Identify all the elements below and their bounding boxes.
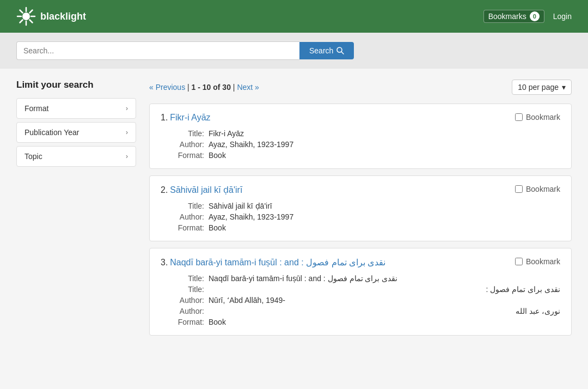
- logo-icon: [16, 7, 36, 26]
- field-label-format-3: Format:: [161, 318, 204, 326]
- header-nav: Bookmarks 0 Login: [483, 10, 572, 23]
- field-label-title-1: Title:: [161, 129, 204, 138]
- field-label-author-1: Author:: [161, 140, 204, 149]
- field-label-title-3a: Title:: [161, 274, 204, 283]
- field-label-author-2: Author:: [161, 212, 204, 221]
- result-title-link-3[interactable]: Naqdī barā-yi tamām-i fuṣūl : and : نقدی…: [170, 258, 385, 267]
- per-page-select[interactable]: 10 per page ▾: [512, 80, 572, 95]
- facet-topic[interactable]: Topic ›: [16, 146, 136, 167]
- field-label-format-1: Format:: [161, 151, 204, 160]
- field-value-format-1: Book: [209, 151, 560, 160]
- result-fields-3: Title: Naqdī barā-yi tamām-i fuṣūl : and…: [161, 274, 560, 326]
- bookmark-label-2: Bookmark: [526, 185, 560, 193]
- field-value-title-2: Sāhivāl jail kī ḍā'irī: [209, 202, 560, 210]
- pagination-info: « Previous | 1 - 10 of 30 | Next »: [149, 83, 259, 92]
- main-content: Limit your search Format › Publication Y…: [0, 69, 588, 389]
- field-value-author-2: Ayaz, Shaikh, 1923-1997: [209, 212, 560, 221]
- pagination-separator: |: [187, 83, 192, 92]
- svg-line-7: [30, 10, 33, 13]
- facet-publication-year[interactable]: Publication Year ›: [16, 122, 136, 143]
- facet-topic-chevron: ›: [126, 153, 128, 160]
- result-item-1: 1. Fikr-i Ayāz Bookmark Title: Fikr-i Ay…: [149, 104, 572, 169]
- search-button-label: Search: [309, 46, 333, 55]
- result-title-area-2: 2. Sāhivāl jail kī ḍā'irī: [161, 185, 242, 195]
- next-link[interactable]: Next »: [237, 83, 259, 92]
- field-value-title-1: Fikr-i Ayāz: [209, 129, 560, 138]
- header: blacklight Bookmarks 0 Login: [0, 0, 588, 33]
- field-label-format-2: Format:: [161, 223, 204, 232]
- result-title-area-3: 3. Naqdī barā-yi tamām-i fuṣūl : and : ن…: [161, 257, 385, 268]
- facet-format-label: Format: [24, 104, 48, 113]
- field-value-format-2: Book: [209, 223, 560, 232]
- bookmark-area-2: Bookmark: [515, 185, 560, 193]
- bookmark-area-1: Bookmark: [515, 113, 560, 121]
- result-number-1: 1.: [161, 113, 168, 122]
- bookmark-label-1: Bookmark: [526, 113, 560, 121]
- search-icon: [336, 47, 344, 54]
- results-area: « Previous | 1 - 10 of 30 | Next » 10 pe…: [149, 80, 572, 381]
- result-title-area-1: 1. Fikr-i Ayāz: [161, 113, 211, 123]
- login-link[interactable]: Login: [553, 12, 572, 21]
- search-bar-area: Search: [0, 33, 588, 69]
- facet-publication-year-chevron: ›: [126, 129, 128, 136]
- svg-point-0: [22, 13, 30, 20]
- bookmark-checkbox-1[interactable]: [515, 113, 523, 121]
- result-title-link-1[interactable]: Fikr-i Ayāz: [170, 113, 210, 122]
- svg-line-6: [30, 20, 33, 23]
- field-label-author-3a: Author:: [161, 296, 204, 305]
- bookmarks-label: Bookmarks: [488, 12, 526, 21]
- bookmarks-link[interactable]: Bookmarks 0: [483, 10, 544, 23]
- result-fields-2: Title: Sāhivāl jail kī ḍā'irī Author: Ay…: [161, 202, 560, 232]
- previous-link[interactable]: « Previous: [149, 83, 185, 92]
- field-value-author-1: Ayaz, Shaikh, 1923-1997: [209, 140, 560, 149]
- sidebar: Limit your search Format › Publication Y…: [16, 80, 136, 381]
- bookmark-label-3: Bookmark: [526, 257, 560, 266]
- svg-line-10: [341, 52, 344, 54]
- field-label-title-3b: Title:: [161, 285, 204, 294]
- field-label-author-3b: Author:: [161, 307, 204, 315]
- bookmarks-count: 0: [530, 11, 540, 21]
- facet-format-chevron: ›: [126, 105, 128, 112]
- bookmark-checkbox-2[interactable]: [515, 185, 523, 193]
- result-number-3: 3.: [161, 258, 168, 267]
- facet-topic-label: Topic: [24, 152, 42, 161]
- facet-publication-year-label: Publication Year: [24, 128, 79, 137]
- search-button[interactable]: Search: [299, 42, 354, 59]
- bookmark-checkbox-3[interactable]: [515, 258, 523, 265]
- bookmark-area-3: Bookmark: [515, 257, 560, 266]
- sidebar-title: Limit your search: [16, 80, 136, 90]
- result-item-3: 3. Naqdī barā-yi tamām-i fuṣūl : and : ن…: [149, 248, 572, 336]
- per-page-chevron: ▾: [562, 83, 566, 92]
- result-item-2: 2. Sāhivāl jail kī ḍā'irī Bookmark Title…: [149, 175, 572, 241]
- facet-format[interactable]: Format ›: [16, 98, 136, 119]
- brand: blacklight: [16, 7, 86, 26]
- brand-name: blacklight: [40, 11, 86, 22]
- svg-line-5: [20, 10, 23, 13]
- field-value-title-3a: Naqdī barā-yi tamām-i fuṣūl : and : نقدی…: [209, 274, 560, 283]
- pagination-range: 1 - 10 of 30: [192, 83, 231, 92]
- field-value-title-3b: نقدی برای تمام فصول :: [209, 285, 560, 294]
- field-value-author-3a: Nūrī, ʻAbd Allāh, 1949-: [209, 296, 560, 305]
- result-header-1: 1. Fikr-i Ayāz Bookmark: [161, 113, 560, 123]
- result-number-2: 2.: [161, 185, 168, 194]
- result-fields-1: Title: Fikr-i Ayāz Author: Ayaz, Shaikh,…: [161, 129, 560, 160]
- per-page-label: 10 per page: [518, 83, 559, 92]
- field-value-format-3: Book: [209, 318, 560, 326]
- svg-line-8: [20, 20, 23, 23]
- results-header: « Previous | 1 - 10 of 30 | Next » 10 pe…: [149, 80, 572, 95]
- field-value-author-3b: نوری، عبد الله: [209, 307, 560, 315]
- result-header-3: 3. Naqdī barā-yi tamām-i fuṣūl : and : ن…: [161, 257, 560, 268]
- search-input[interactable]: [16, 41, 299, 60]
- result-title-link-2[interactable]: Sāhivāl jail kī ḍā'irī: [170, 185, 242, 194]
- field-label-title-2: Title:: [161, 202, 204, 210]
- result-header-2: 2. Sāhivāl jail kī ḍā'irī Bookmark: [161, 185, 560, 195]
